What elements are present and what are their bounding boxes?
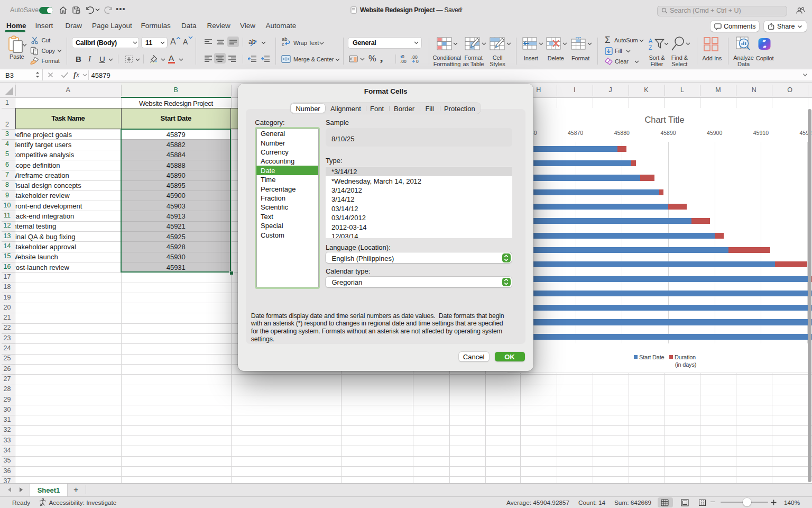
svg-text:A: A — [649, 38, 652, 44]
svg-text:c: c — [282, 41, 284, 47]
svg-text:.00: .00 — [400, 59, 407, 64]
svg-text:Z: Z — [649, 44, 652, 51]
